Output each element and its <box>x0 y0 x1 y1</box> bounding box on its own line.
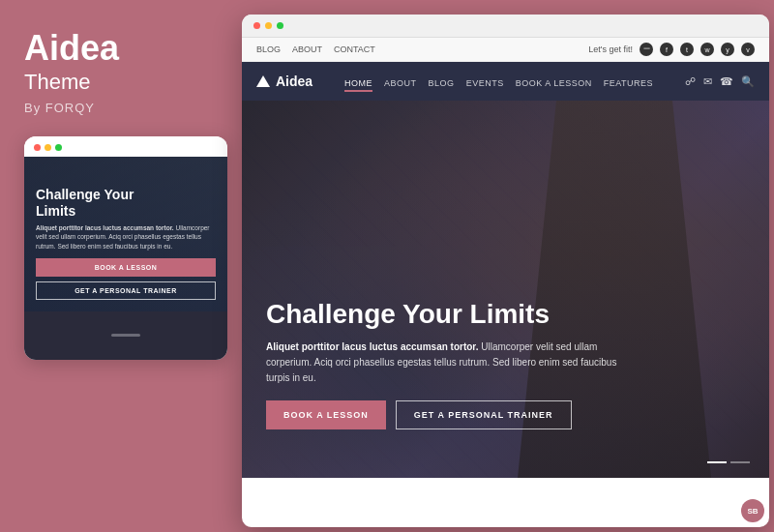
nav-blog-link[interactable]: BLOG <box>429 78 455 88</box>
search-icon[interactable]: 🔍 <box>741 75 755 88</box>
logo-text: Aidea <box>276 74 313 89</box>
logo-triangle-icon <box>256 75 270 87</box>
hero-content: Challenge Your Limits Aliquet porttitor … <box>266 299 745 429</box>
site-logo[interactable]: Aidea <box>256 74 313 89</box>
nav-events-link[interactable]: EVENTS <box>466 78 504 88</box>
hero-nav-dots <box>707 461 750 463</box>
mobile-hero-title: Challenge YourLimits <box>36 187 216 220</box>
mobile-bottom-strip <box>24 311 227 360</box>
site-navbar: Aidea HOME ABOUT BLOG EVENTS BOOK A LESS… <box>242 62 769 101</box>
mobile-hero-content: Challenge YourLimits Aliquet porttitor l… <box>24 177 227 311</box>
topbar-contact-link[interactable]: CONTACT <box>334 44 375 54</box>
phone-icon[interactable]: ☎ <box>720 75 733 88</box>
hero-body: Aliquet porttitor lacus luctus accumsan … <box>266 340 634 386</box>
mobile-mockup: Challenge YourLimits Aliquet porttitor l… <box>24 136 227 360</box>
brand-by: By FORQY <box>24 101 213 115</box>
hero-buttons: BOOK A LESSON GET A PERSONAL TRAINER <box>266 400 745 429</box>
left-panel: Aidea Theme By FORQY Challenge YourLimit… <box>0 0 237 532</box>
brand-title: Aidea <box>24 29 213 68</box>
topbar-about-link[interactable]: ABOUT <box>292 44 322 54</box>
nav-icons: ☍ ✉ ☎ 🔍 <box>685 75 755 88</box>
nav-dot-2[interactable] <box>730 461 750 463</box>
location-icon[interactable]: ☍ <box>685 75 696 88</box>
browser-dot-red[interactable] <box>253 22 260 29</box>
tiktok-icon[interactable]: t <box>680 43 694 56</box>
mobile-strip-indicator <box>111 334 140 337</box>
instagram-icon[interactable]: 𝍠 <box>640 43 653 56</box>
badge: SB <box>741 499 764 522</box>
hero-title: Challenge Your Limits <box>266 299 745 330</box>
hero-book-button[interactable]: BOOK A LESSON <box>266 400 386 429</box>
hero-body-bold: Aliquet porttitor lacus luctus accumsan … <box>266 341 478 352</box>
topbar-blog-link[interactable]: BLOG <box>256 44 281 54</box>
mobile-book-button[interactable]: BOOK A LESSON <box>36 258 216 277</box>
mobile-cta-row: BOOK A LESSON GET A PERSONAL TRAINER <box>36 258 216 300</box>
nav-about-link[interactable]: ABOUT <box>384 78 417 88</box>
dot-yellow <box>45 144 51 151</box>
hero-trainer-button[interactable]: GET A PERSONAL TRAINER <box>396 400 572 429</box>
nav-links: HOME ABOUT BLOG EVENTS BOOK A LESSON FEA… <box>344 73 653 90</box>
browser-mockup: BLOG ABOUT CONTACT Let's get fit! 𝍠 f t … <box>242 15 769 527</box>
topbar-right: Let's get fit! 𝍠 f t w y v <box>588 43 755 56</box>
nav-dot-1[interactable] <box>707 461 727 463</box>
vimeo-icon[interactable]: v <box>741 43 755 56</box>
browser-top-bar <box>242 15 769 38</box>
whatsapp-icon[interactable]: w <box>700 43 714 56</box>
facebook-icon[interactable]: f <box>660 43 673 56</box>
nav-book-link[interactable]: BOOK A LESSON <box>516 78 592 88</box>
site-topbar: BLOG ABOUT CONTACT Let's get fit! 𝍠 f t … <box>242 38 769 62</box>
browser-dot-yellow[interactable] <box>265 22 272 29</box>
dot-red <box>34 144 41 151</box>
browser-dot-green[interactable] <box>277 22 283 29</box>
youtube-icon[interactable]: y <box>721 43 734 56</box>
mobile-hero-body: Aliquet porttitor lacus luctus accumsan … <box>36 223 216 250</box>
topbar-links: BLOG ABOUT CONTACT <box>256 44 375 54</box>
nav-features-link[interactable]: FEATURES <box>604 78 653 88</box>
nav-home-link[interactable]: HOME <box>344 78 372 92</box>
topbar-cta-text: Let's get fit! <box>588 44 633 54</box>
hero-section: Challenge Your Limits Aliquet porttitor … <box>242 101 769 478</box>
brand-subtitle: Theme <box>24 70 213 95</box>
mobile-trainer-button[interactable]: GET A PERSONAL TRAINER <box>36 281 216 300</box>
mail-icon[interactable]: ✉ <box>703 75 712 88</box>
dot-green <box>55 144 62 151</box>
mobile-top-bar <box>24 136 227 157</box>
mobile-hero: Challenge YourLimits Aliquet porttitor l… <box>24 157 227 311</box>
